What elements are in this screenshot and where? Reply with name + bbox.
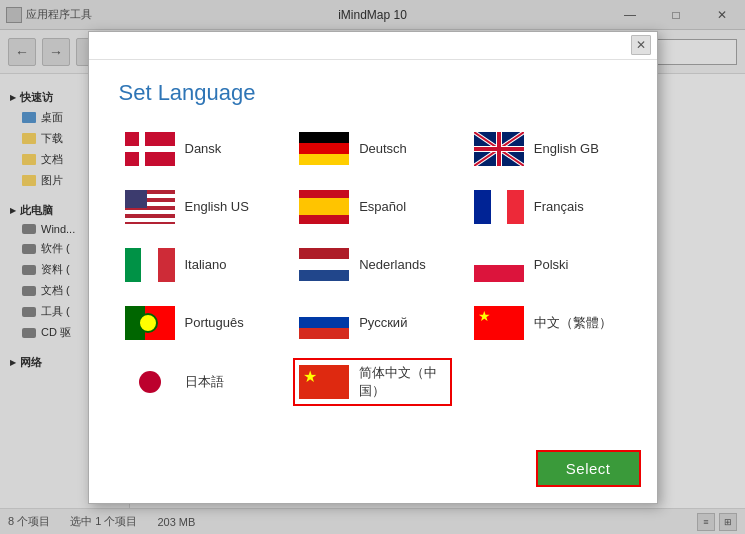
svg-rect-17: [125, 190, 147, 208]
lang-label-nl: Nederlands: [359, 257, 426, 272]
flag-pt: [125, 306, 175, 340]
flag-jp-circle: [139, 371, 161, 393]
dialog-titlebar: ✕: [89, 32, 657, 60]
flag-de: [299, 132, 349, 166]
flag-pl: [474, 248, 524, 282]
lang-item-es[interactable]: Español: [293, 184, 452, 230]
lang-label-pt: Português: [185, 315, 244, 330]
lang-item-us[interactable]: English US: [119, 184, 278, 230]
flag-it: [125, 248, 175, 282]
flag-es: [299, 190, 349, 224]
lang-label-de: Deutsch: [359, 141, 407, 156]
lang-item-it[interactable]: Italiano: [119, 242, 278, 288]
lang-item-dk[interactable]: Dansk: [119, 126, 278, 172]
lang-label-ru: Русский: [359, 315, 407, 330]
lang-label-pl: Polski: [534, 257, 569, 272]
flag-tw: [474, 306, 524, 340]
lang-item-tw[interactable]: 中文（繁體）: [468, 300, 627, 346]
set-language-dialog: ✕ Set Language Dansk: [88, 31, 658, 504]
lang-item-pt[interactable]: Português: [119, 300, 278, 346]
lang-item-fr[interactable]: Français: [468, 184, 627, 230]
flag-cn: [299, 365, 349, 399]
lang-item-jp[interactable]: 日本語: [119, 358, 278, 406]
explorer-window: 应用程序工具 iMindMap 10 — □ ✕ ← → ↑ ▸ 快速访: [0, 0, 745, 534]
lang-label-dk: Dansk: [185, 141, 222, 156]
dialog-title: Set Language: [119, 80, 627, 106]
lang-item-pl[interactable]: Polski: [468, 242, 627, 288]
svg-rect-16: [125, 218, 175, 222]
lang-item-gb[interactable]: English GB: [468, 126, 627, 172]
lang-label-gb: English GB: [534, 141, 599, 156]
language-grid: Dansk Deutsch: [119, 126, 627, 406]
svg-rect-14: [125, 210, 175, 214]
lang-label-fr: Français: [534, 199, 584, 214]
lang-label-tw: 中文（繁體）: [534, 314, 612, 332]
lang-item-de[interactable]: Deutsch: [293, 126, 452, 172]
svg-rect-8: [474, 147, 524, 151]
flag-gb: [474, 132, 524, 166]
lang-label-us: English US: [185, 199, 249, 214]
flag-nl: [299, 248, 349, 282]
dialog-close-btn[interactable]: ✕: [631, 35, 651, 55]
dialog-overlay: ✕ Set Language Dansk: [0, 0, 745, 534]
lang-label-jp: 日本語: [185, 373, 224, 391]
svg-rect-15: [125, 214, 175, 218]
lang-label-it: Italiano: [185, 257, 227, 272]
lang-item-ru[interactable]: Русский: [293, 300, 452, 346]
lang-item-cn[interactable]: 简体中文（中国）: [293, 358, 452, 406]
lang-label-es: Español: [359, 199, 406, 214]
flag-us: [125, 190, 175, 224]
lang-item-nl[interactable]: Nederlands: [293, 242, 452, 288]
flag-ru: [299, 306, 349, 340]
lang-label-cn: 简体中文（中国）: [359, 364, 446, 400]
dialog-content: Set Language Dansk: [89, 60, 657, 442]
select-button[interactable]: Select: [536, 450, 641, 487]
flag-dk: [125, 132, 175, 166]
flag-fr: [474, 190, 524, 224]
dialog-footer: Select: [89, 442, 657, 503]
flag-jp: [125, 365, 175, 399]
